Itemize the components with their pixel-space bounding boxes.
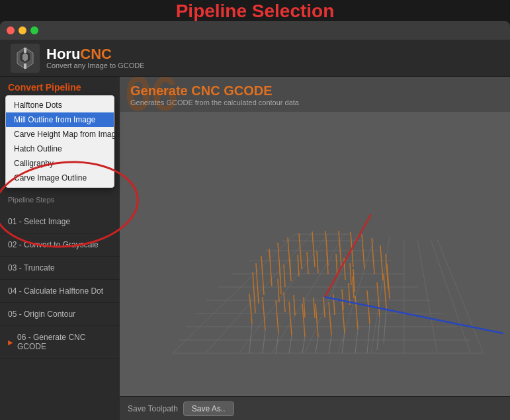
bottom-bar: Save Toolpath Save As..: [120, 396, 510, 420]
dropdown-item-1[interactable]: Mill Outline from Image: [6, 112, 114, 127]
page-title-bar: Pipeline Selection: [0, 0, 510, 22]
app-name-text: HoruCNC: [46, 47, 145, 62]
app-subtitle: Convert any Image to GCODE: [46, 62, 145, 69]
dropdown-item-5[interactable]: Carve Image Outline: [6, 171, 114, 185]
main-layout: Convert Pipeline Halftone Dots Mill Outl…: [0, 77, 510, 420]
step-item-1[interactable]: 02 - Convert to Grayscale: [0, 233, 120, 257]
pipeline-steps: 01 - Select Image 02 - Convert to Graysc…: [0, 208, 120, 358]
step-label-0: 01 - Select Image: [8, 217, 70, 226]
save-toolpath-label: Save Toolpath: [128, 404, 178, 413]
svg-rect-2: [120, 128, 510, 380]
step-label-1: 02 - Convert to Grayscale: [8, 240, 99, 249]
dropdown-item-4[interactable]: Calligraphy: [6, 156, 114, 171]
app-header: HoruCNC Convert any Image to GCODE: [0, 40, 510, 77]
content-header: 06 Generate CNC GCODE Generates GCODE fr…: [120, 77, 510, 112]
maximize-button[interactable]: [30, 26, 38, 34]
pipeline-dropdown[interactable]: Halftone Dots Mill Outline from Image Ca…: [5, 95, 114, 188]
traffic-lights: [7, 26, 38, 34]
step-label-2: 03 - Truncate: [8, 263, 55, 273]
pipeline-steps-label: Pipeline Steps: [0, 193, 120, 208]
app-name-suffix: CNC: [80, 46, 112, 62]
step-item-4[interactable]: 05 - Origin Contour: [0, 303, 120, 326]
content-title: Generate CNC GCODE: [130, 83, 499, 99]
step-label-5: 06 - Generate CNC GCODE: [17, 333, 112, 351]
close-button[interactable]: [7, 26, 15, 34]
step-item-0[interactable]: 01 - Select Image: [0, 210, 120, 233]
content-area: 06 Generate CNC GCODE Generates GCODE fr…: [120, 77, 510, 420]
step-item-3[interactable]: 04 - Calculate Halftone Dot: [0, 280, 120, 303]
svg-rect-1: [24, 63, 26, 69]
dropdown-item-2[interactable]: Carve Height Map from Image: [6, 127, 114, 142]
viz-area: [120, 112, 510, 396]
3d-visualization: [120, 112, 510, 396]
app-name: HoruCNC Convert any Image to GCODE: [46, 47, 145, 69]
sidebar-section-header: Convert Pipeline: [0, 77, 120, 95]
play-icon: ▶: [8, 339, 13, 346]
step-item-2[interactable]: 03 - Truncate: [0, 257, 120, 280]
step-item-5[interactable]: ▶ 06 - Generate CNC GCODE: [0, 326, 120, 358]
sidebar: Convert Pipeline Halftone Dots Mill Outl…: [0, 77, 120, 420]
titlebar: [0, 21, 510, 40]
app-name-prefix: Horu: [46, 46, 80, 62]
content-subtitle: Generates GCODE from the calculated cont…: [130, 99, 499, 106]
dropdown-item-3[interactable]: Hatch Outline: [6, 142, 114, 156]
logo-icon: [11, 44, 40, 73]
step-label-4: 05 - Origin Contour: [8, 310, 75, 319]
dropdown-item-0[interactable]: Halftone Dots: [6, 98, 114, 112]
minimize-button[interactable]: [19, 26, 26, 34]
app-window: HoruCNC Convert any Image to GCODE Conve…: [0, 21, 510, 420]
save-as-button[interactable]: Save As..: [183, 401, 234, 416]
svg-rect-0: [24, 48, 26, 53]
page-title: Pipeline Selection: [176, 0, 335, 21]
step-label-3: 04 - Calculate Halftone Dot: [8, 286, 103, 296]
